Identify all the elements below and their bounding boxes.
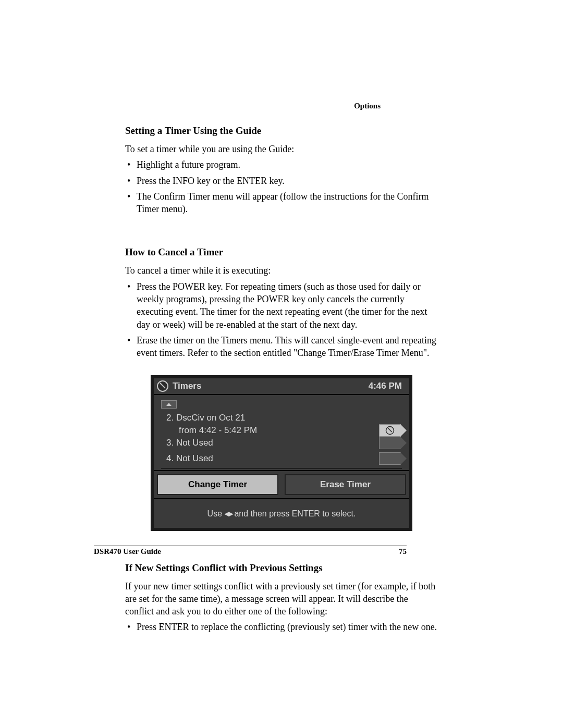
timer-item-2-line1: 2. DscCiv on Oct 21	[166, 413, 245, 423]
running-head-options: Options	[354, 102, 381, 110]
page-footer: DSR470 User Guide 75	[94, 546, 407, 556]
section1-bullet-list: Highlight a future program. Press the IN…	[125, 158, 438, 215]
timer-item-3-line1: 3. Not Used	[166, 438, 213, 448]
left-right-arrows-icon: ◂ ▸	[225, 509, 232, 519]
timer-item-2[interactable]: 2. DscCiv on Oct 21	[166, 412, 401, 424]
section3-bullet-1: Press ENTER to replace the conflicting (…	[125, 621, 438, 633]
timer-item-4[interactable]: 4. Not Used	[166, 452, 401, 465]
footer-page-number: 75	[399, 547, 407, 556]
timer-item-3[interactable]: 3. Not Used	[166, 437, 401, 449]
timer-item-4-line1: 4. Not Used	[166, 453, 213, 464]
document-page: Options Setting a Timer Using the Guide …	[0, 0, 563, 728]
scroll-up-icon[interactable]	[161, 400, 177, 409]
heading-setting-timer-using-guide: Setting a Timer Using the Guide	[125, 125, 438, 137]
timer-item-2-line2: from 4:42 - 5:42 PM	[166, 425, 257, 436]
section1-bullet-1: Highlight a future program.	[125, 158, 438, 171]
section2-bullet-list: Press the POWER key. For repeating timer…	[125, 280, 438, 360]
section1-bullet-2: Press the INFO key or the ENTER key.	[125, 175, 438, 187]
timers-clock: 4:46 PM	[369, 381, 402, 391]
timer-item-4-tag-icon[interactable]	[379, 452, 401, 465]
section1-intro: To set a timer while you are using the G…	[125, 143, 438, 155]
section2-bullet-1: Press the POWER key. For repeating timer…	[125, 280, 438, 331]
section1-bullet-3: The Confirm Timer menu will appear (foll…	[125, 190, 438, 216]
timers-list: 2. DscCiv on Oct 21 from 4:42 - 5:42 PM …	[154, 395, 409, 471]
erase-timer-button[interactable]: Erase Timer	[285, 474, 406, 495]
footer-doc-title: DSR470 User Guide	[94, 547, 161, 556]
timer-item-3-tag-icon[interactable]	[379, 437, 401, 449]
section2-bullet-2: Erase the timer on the Timers menu. This…	[125, 334, 438, 360]
heading-if-new-settings-conflict: If New Settings Conflict with Previous S…	[125, 562, 438, 574]
section3-intro: If your new timer settings conflict with…	[125, 580, 438, 618]
section2-intro: To cancel a timer while it is executing:	[125, 264, 438, 277]
change-timer-button[interactable]: Change Timer	[157, 474, 278, 495]
timers-titlebar: Timers 4:46 PM	[154, 378, 409, 395]
prohibit-icon	[157, 380, 168, 392]
prohibit-icon	[386, 426, 395, 435]
timer-item-2-tag-icon[interactable]	[379, 424, 401, 437]
timers-hint: Use ◂ ▸ and then press ENTER to select.	[154, 499, 409, 528]
timers-button-row: Change Timer Erase Timer	[154, 471, 409, 499]
timers-title: Timers	[173, 381, 201, 391]
timers-menu-screenshot: Timers 4:46 PM 2. DscCiv on Oct 21 from …	[151, 375, 412, 531]
heading-how-to-cancel-timer: How to Cancel a Timer	[125, 246, 438, 258]
section3-bullet-list: Press ENTER to replace the conflicting (…	[125, 621, 438, 633]
